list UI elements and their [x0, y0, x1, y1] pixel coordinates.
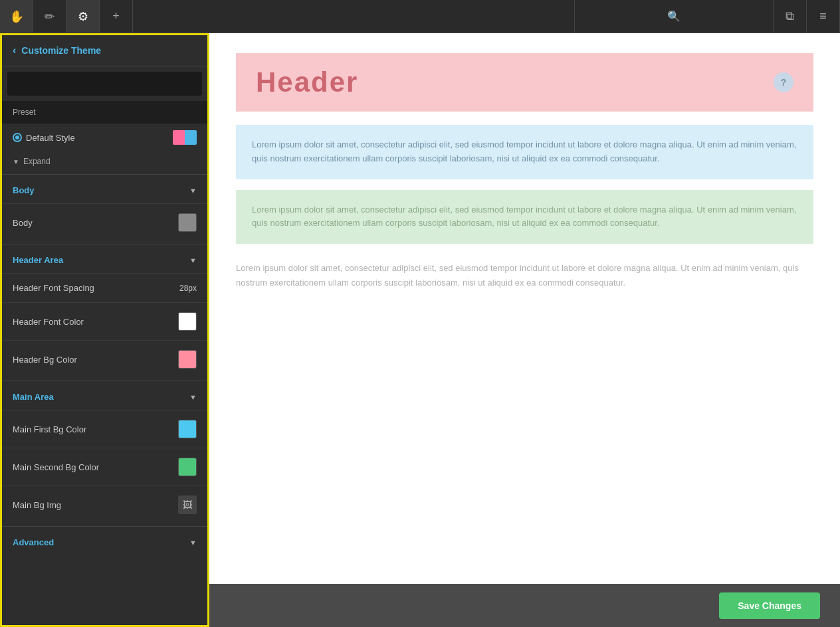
- preview-header: Header ?: [236, 53, 813, 112]
- sidebar-title: Customize Theme: [21, 45, 101, 56]
- header-font-color-swatch[interactable]: [178, 312, 197, 331]
- section-arrow-body: ▼: [189, 187, 197, 195]
- header-bg-color-label: Header Bg Color: [13, 355, 77, 365]
- section-title-body: Body: [13, 185, 35, 195]
- body-color-swatch[interactable]: [178, 213, 197, 232]
- preview-text-plain: Lorem ipsum dolor sit amet, consectetur …: [236, 254, 813, 297]
- copy-icon[interactable]: ⧉: [774, 0, 807, 33]
- section-title-advanced: Advanced: [13, 537, 54, 547]
- setting-row-body: Body: [2, 203, 207, 241]
- back-icon[interactable]: ‹: [13, 45, 16, 56]
- setting-row-main-second-bg: Main Second Bg Color: [2, 448, 207, 486]
- preview-text-3: Lorem ipsum dolor sit amet, consectetur …: [236, 263, 799, 288]
- section-header-main-area[interactable]: Main Area ▼: [2, 384, 207, 410]
- main-second-bg-swatch[interactable]: [178, 458, 197, 476]
- header-font-spacing-value: 28px: [179, 284, 197, 293]
- section-arrow-main: ▼: [189, 393, 197, 401]
- main-layout: ‹ Customize Theme Preset Default Style ▼…: [0, 33, 840, 627]
- main-first-bg-swatch[interactable]: [178, 420, 197, 438]
- search-area: 🔍: [574, 0, 774, 33]
- swatch-right: [185, 130, 197, 145]
- toolbar: ✋ ✏ ⚙ + 🔍 ⧉ ≡: [0, 0, 840, 33]
- expand-label: Expand: [23, 157, 51, 166]
- settings-icon[interactable]: ⚙: [66, 0, 100, 33]
- add-tab-icon[interactable]: +: [100, 0, 133, 33]
- swatch-left: [173, 130, 185, 145]
- preview-header-title: Header: [256, 66, 358, 98]
- setting-row-header-bg-color: Header Bg Color: [2, 340, 207, 378]
- bottom-bar: Save Changes: [209, 584, 840, 627]
- header-bg-color-swatch[interactable]: [178, 350, 197, 369]
- default-style-label: Default Style: [13, 133, 75, 143]
- main-second-bg-label: Main Second Bg Color: [13, 462, 99, 472]
- setting-row-main-bg-img: Main Bg Img 🖼: [2, 486, 207, 523]
- save-button[interactable]: Save Changes: [719, 592, 820, 619]
- section-arrow-advanced: ▼: [189, 539, 197, 547]
- header-font-spacing-label: Header Font Spacing: [13, 283, 94, 293]
- preview-text-1: Lorem ipsum dolor sit amet, consectetur …: [252, 139, 796, 163]
- sliders-icon[interactable]: ≡: [807, 0, 840, 33]
- section-header-header-area[interactable]: Header Area ▼: [2, 247, 207, 273]
- sidebar-header: ‹ Customize Theme: [2, 35, 207, 66]
- sidebar-search-bar[interactable]: [7, 72, 202, 96]
- section-arrow-header: ▼: [189, 256, 197, 264]
- divider-1: [2, 174, 207, 175]
- divider-4: [2, 526, 207, 527]
- preview-block-green: Lorem ipsum dolor sit amet, consectetur …: [236, 190, 813, 244]
- expand-arrow: ▼: [13, 158, 19, 165]
- preview-block-blue: Lorem ipsum dolor sit amet, consectetur …: [236, 125, 813, 179]
- divider-2: [2, 244, 207, 244]
- section-header-body[interactable]: Body ▼: [2, 177, 207, 203]
- main-first-bg-label: Main First Bg Color: [13, 424, 86, 434]
- expand-row[interactable]: ▼ Expand: [2, 151, 207, 171]
- setting-row-header-font-spacing: Header Font Spacing 28px: [2, 273, 207, 302]
- body-label: Body: [13, 218, 33, 228]
- divider-3: [2, 381, 207, 381]
- radio-button[interactable]: [13, 133, 22, 142]
- setting-row-header-font-color: Header Font Color: [2, 302, 207, 340]
- search-icon: 🔍: [667, 10, 681, 23]
- main-bg-img-label: Main Bg Img: [13, 500, 61, 510]
- edit-icon[interactable]: ✏: [33, 0, 66, 33]
- sidebar: ‹ Customize Theme Preset Default Style ▼…: [0, 33, 209, 627]
- preset-label: Preset: [2, 101, 207, 124]
- section-title-main-area: Main Area: [13, 392, 54, 402]
- section-header-advanced[interactable]: Advanced ▼: [2, 529, 207, 555]
- toolbar-right: ⧉ ≡: [774, 0, 840, 33]
- preview-text-2: Lorem ipsum dolor sit amet, consectetur …: [252, 205, 796, 228]
- dual-color-swatch: [173, 130, 197, 145]
- content-area: Header ? Lorem ipsum dolor sit amet, con…: [209, 33, 840, 627]
- preview-area: Header ? Lorem ipsum dolor sit amet, con…: [209, 33, 840, 584]
- app-icon[interactable]: ✋: [0, 0, 33, 33]
- section-title-header-area: Header Area: [13, 255, 63, 265]
- default-style-row[interactable]: Default Style: [2, 124, 207, 151]
- setting-row-main-first-bg: Main First Bg Color: [2, 410, 207, 448]
- main-bg-img-button[interactable]: 🖼: [178, 495, 197, 514]
- header-font-color-label: Header Font Color: [13, 317, 84, 327]
- help-icon[interactable]: ?: [774, 72, 793, 92]
